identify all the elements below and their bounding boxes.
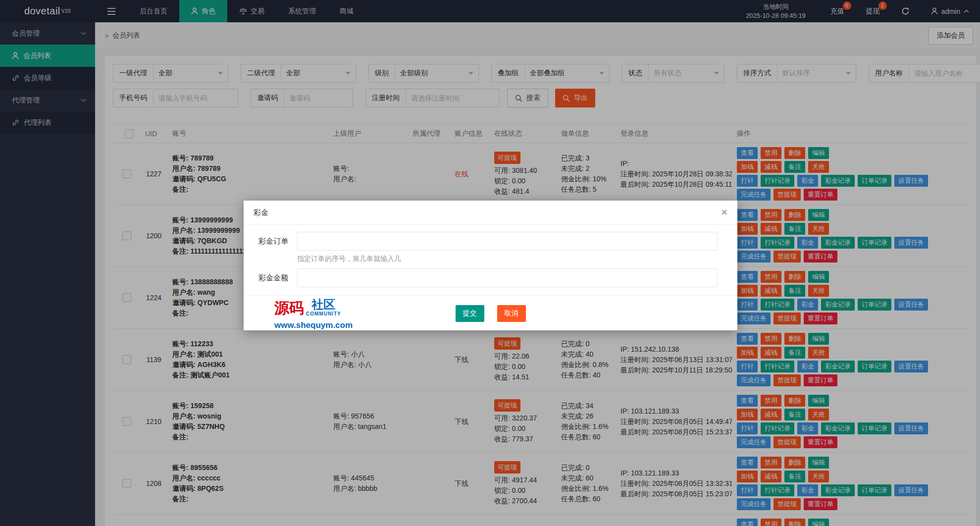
bonus-modal: 彩金 × 彩金订单 指定订单的序号，第几单就输入几 彩金金额 提交 取消 源码 … (244, 201, 737, 330)
bonus-order-field: 彩金订单 (244, 232, 737, 251)
bonus-amount-label: 彩金金额 (244, 273, 288, 283)
cancel-button[interactable]: 取消 (497, 305, 526, 322)
modal-header: 彩金 × (244, 201, 737, 225)
watermark: 源码 社区 COMMUNITY www.shequym.com (274, 298, 353, 330)
modal-body: 彩金订单 指定订单的序号，第几单就输入几 彩金金额 提交 取消 源码 社区 CO… (244, 225, 737, 331)
bonus-order-label: 彩金订单 (244, 237, 288, 246)
modal-title: 彩金 (254, 208, 268, 217)
close-icon[interactable]: × (721, 207, 727, 218)
bonus-amount-field: 彩金金额 (244, 268, 737, 287)
bonus-amount-input[interactable] (297, 268, 718, 287)
submit-button[interactable]: 提交 (456, 305, 484, 322)
bonus-order-input[interactable] (297, 232, 718, 251)
bonus-order-hint: 指定订单的序号，第几单就输入几 (297, 255, 401, 263)
